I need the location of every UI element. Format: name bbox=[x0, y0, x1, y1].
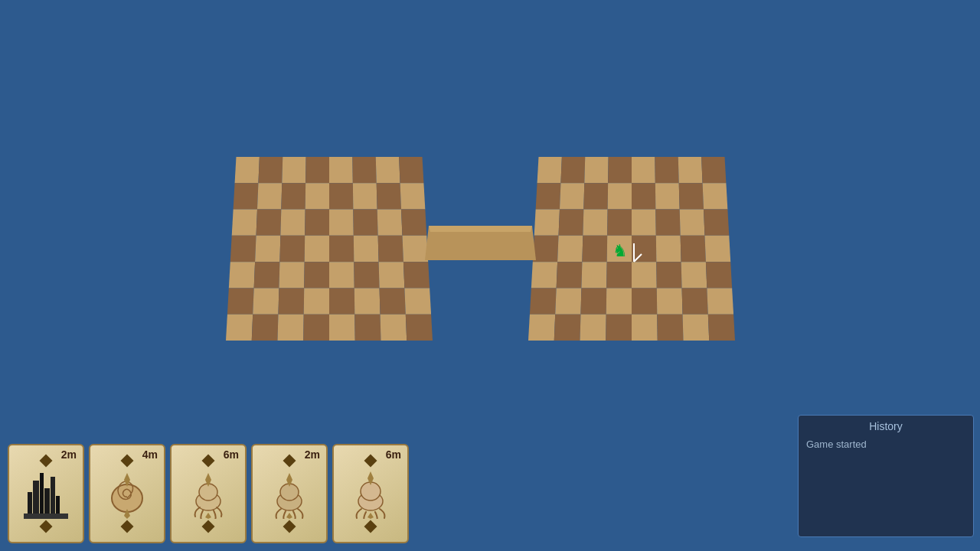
card-claw3[interactable]: 6m bbox=[332, 444, 409, 543]
card-claw1-deco-bottom bbox=[202, 520, 215, 533]
card-claw1[interactable]: 6m bbox=[170, 444, 247, 543]
card-spiral[interactable]: 4m bbox=[89, 444, 165, 543]
history-panel: History Game started bbox=[798, 415, 974, 537]
card-claw1-cost: 6m bbox=[224, 448, 239, 461]
card-claw2[interactable]: 2m bbox=[251, 444, 328, 543]
card-claw3-cost: 6m bbox=[386, 448, 401, 461]
card-claw2-icon bbox=[266, 467, 312, 520]
history-title: History bbox=[806, 420, 965, 432]
card-tray: 2m 4m bbox=[8, 444, 409, 543]
svg-marker-13 bbox=[205, 513, 211, 519]
card-spiral-deco-bottom bbox=[121, 520, 134, 533]
card-claw1-icon bbox=[185, 467, 231, 520]
card-claw3-deco-top bbox=[364, 455, 377, 468]
card-terrain-deco-bottom bbox=[40, 520, 53, 533]
card-spiral-icon bbox=[104, 467, 150, 520]
svg-rect-5 bbox=[56, 496, 60, 515]
card-terrain-cost: 2m bbox=[61, 448, 77, 461]
card-terrain[interactable]: 2m bbox=[8, 444, 84, 543]
card-claw2-deco-bottom bbox=[283, 520, 296, 533]
card-claw3-icon bbox=[348, 467, 394, 520]
card-terrain-deco-top bbox=[40, 455, 53, 468]
svg-marker-17 bbox=[286, 513, 292, 519]
svg-rect-4 bbox=[51, 477, 55, 515]
svg-rect-3 bbox=[44, 488, 50, 515]
card-claw1-deco-top bbox=[202, 455, 215, 468]
card-spiral-cost: 4m bbox=[142, 448, 158, 461]
card-claw2-cost: 2m bbox=[305, 448, 320, 461]
svg-marker-21 bbox=[368, 513, 374, 519]
card-terrain-icon bbox=[23, 467, 69, 520]
card-spiral-deco-top bbox=[121, 455, 134, 468]
card-claw2-deco-top bbox=[283, 455, 296, 468]
svg-rect-0 bbox=[28, 492, 32, 515]
svg-rect-2 bbox=[40, 473, 44, 515]
svg-rect-6 bbox=[24, 514, 68, 519]
svg-rect-1 bbox=[33, 481, 39, 515]
card-claw3-deco-bottom bbox=[364, 520, 377, 533]
history-entry: Game started bbox=[806, 439, 965, 450]
